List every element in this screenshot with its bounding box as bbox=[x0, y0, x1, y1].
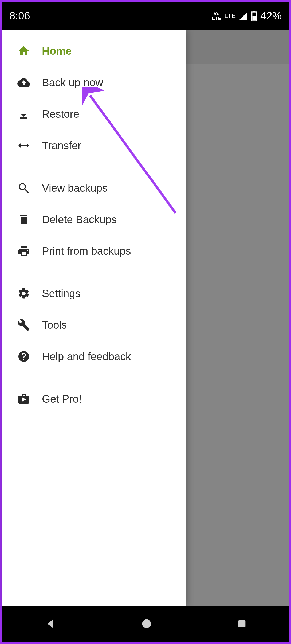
svg-rect-4 bbox=[238, 620, 245, 627]
drawer-label: Back up now bbox=[42, 77, 103, 89]
battery-percentage: 42% bbox=[260, 10, 282, 22]
cloud-upload-icon bbox=[17, 76, 42, 89]
drawer-section-settings: Settings Tools Help and feedback bbox=[2, 272, 186, 378]
drawer-item-restore[interactable]: Restore bbox=[2, 98, 186, 130]
help-icon bbox=[17, 350, 42, 363]
navigation-drawer: Home Back up now Restore Transfer bbox=[2, 30, 186, 606]
gear-icon bbox=[17, 287, 42, 300]
drawer-label: View backups bbox=[42, 182, 108, 194]
nav-back-button[interactable] bbox=[44, 617, 57, 631]
device-frame: 8:06 Vo LTE LTE 42% Backup & Restore No … bbox=[0, 0, 291, 644]
drawer-item-get-pro[interactable]: Get Pro! bbox=[2, 383, 186, 415]
battery-icon bbox=[251, 11, 258, 21]
nav-recent-button[interactable] bbox=[237, 618, 247, 630]
drawer-item-transfer[interactable]: Transfer bbox=[2, 130, 186, 161]
status-right: Vo LTE LTE 42% bbox=[212, 10, 282, 22]
drawer-section-pro: Get Pro! bbox=[2, 378, 186, 420]
drawer-section-backups: View backups Delete Backups Print from b… bbox=[2, 167, 186, 272]
drawer-item-settings[interactable]: Settings bbox=[2, 278, 186, 309]
nav-home-button[interactable] bbox=[141, 618, 152, 631]
drawer-item-print-backups[interactable]: Print from backups bbox=[2, 235, 186, 267]
clock: 8:06 bbox=[9, 10, 30, 22]
drawer-label: Print from backups bbox=[42, 245, 131, 257]
shop-icon bbox=[17, 392, 42, 405]
print-icon bbox=[17, 245, 42, 257]
signal-icon bbox=[238, 11, 248, 21]
download-icon bbox=[17, 108, 42, 120]
volte-indicator: Vo LTE bbox=[212, 11, 222, 21]
svg-rect-0 bbox=[252, 16, 256, 21]
status-bar: 8:06 Vo LTE LTE 42% bbox=[2, 2, 289, 30]
home-icon bbox=[17, 45, 42, 57]
trash-icon bbox=[17, 213, 42, 226]
drawer-label: Tools bbox=[42, 319, 67, 331]
drawer-item-tools[interactable]: Tools bbox=[2, 309, 186, 341]
system-nav-bar bbox=[2, 606, 289, 642]
drawer-label: Get Pro! bbox=[42, 393, 82, 405]
drawer-section-main: Home Back up now Restore Transfer bbox=[2, 30, 186, 167]
drawer-label: Delete Backups bbox=[42, 214, 117, 226]
transfer-icon bbox=[17, 139, 42, 152]
drawer-label: Settings bbox=[42, 288, 81, 300]
wrench-icon bbox=[17, 319, 42, 331]
drawer-item-help[interactable]: Help and feedback bbox=[2, 341, 186, 372]
drawer-label: Restore bbox=[42, 108, 79, 120]
svg-rect-1 bbox=[252, 12, 256, 16]
drawer-item-delete-backups[interactable]: Delete Backups bbox=[2, 204, 186, 235]
search-icon bbox=[17, 182, 42, 194]
drawer-label: Home bbox=[42, 45, 72, 57]
lte-indicator: LTE bbox=[224, 12, 236, 20]
drawer-item-view-backups[interactable]: View backups bbox=[2, 172, 186, 204]
drawer-item-home[interactable]: Home bbox=[2, 35, 186, 67]
drawer-item-backup-now[interactable]: Back up now bbox=[2, 67, 186, 98]
svg-point-3 bbox=[142, 619, 151, 628]
drawer-label: Help and feedback bbox=[42, 351, 131, 363]
drawer-label: Transfer bbox=[42, 140, 81, 152]
